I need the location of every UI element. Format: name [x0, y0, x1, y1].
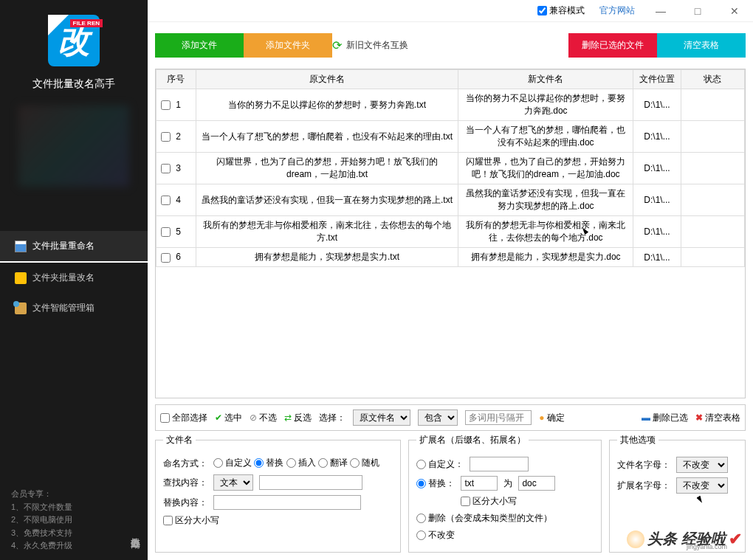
- blurred-user-info: [18, 106, 129, 187]
- ext-from-input[interactable]: [461, 476, 498, 491]
- ext-delete-radio[interactable]: 删除（会变成未知类型的文件）: [416, 512, 552, 525]
- add-folder-button[interactable]: 添加文件夹: [244, 33, 332, 58]
- find-label: 查找内容：: [163, 477, 207, 489]
- delete-selected-button[interactable]: 删除已选的文件: [568, 33, 657, 58]
- logo-banner: FILE REN: [70, 19, 103, 27]
- nav-doc[interactable]: 文件批量重命名: [0, 231, 148, 263]
- row-checkbox[interactable]: [161, 196, 171, 205]
- ext-to-input[interactable]: [518, 476, 555, 491]
- ext-case-checkbox[interactable]: 区分大小写: [461, 495, 517, 508]
- maximize-button[interactable]: □: [687, 5, 709, 17]
- other-legend: 其他选项: [617, 434, 659, 446]
- close-button[interactable]: ✕: [723, 5, 746, 17]
- ext-legend: 扩展名（后缀名、拓展名）: [416, 434, 529, 446]
- app-title: 文件批量改名高手: [32, 77, 115, 91]
- row-checkbox[interactable]: [161, 100, 171, 110]
- add-file-button[interactable]: 添加文件: [155, 33, 244, 58]
- naming-label: 命名方式：: [163, 457, 207, 470]
- app-logo: FILE REN 改: [48, 15, 100, 66]
- naming-opt-4[interactable]: 随机: [350, 457, 379, 469]
- file-letter-select[interactable]: 不改变: [676, 457, 728, 473]
- table-row[interactable]: 5我所有的梦想无非与你相爱相亲，南来北往，去你想去的每个地方.txt我所有的梦想…: [157, 216, 745, 248]
- ext-replace-radio[interactable]: 替换：: [416, 477, 455, 490]
- col-status: 状态: [681, 70, 744, 89]
- file-case-checkbox[interactable]: 区分大小写: [163, 514, 219, 527]
- official-site-link[interactable]: 官方网站: [599, 4, 635, 17]
- unselect-button[interactable]: ⊘ 不选: [250, 412, 277, 424]
- swap-icon: ⟳: [332, 38, 342, 52]
- col-new-name: 新文件名: [458, 70, 633, 89]
- delete-selected-link[interactable]: ▬ 删除已选: [642, 412, 688, 424]
- select-all-checkbox[interactable]: 全部选择: [160, 412, 207, 424]
- col-seq: 序号: [157, 70, 196, 89]
- naming-opt-1[interactable]: 替换: [254, 457, 283, 469]
- file-letter-label: 文件名字母：: [617, 459, 670, 471]
- table-row[interactable]: 1当你的努力不足以撑起你的梦想时，要努力奔跑.txt当你的努力不足以撑起你的梦想…: [157, 89, 745, 121]
- table-row[interactable]: 6拥有梦想是能力，实现梦想是实力.txt拥有梦想是能力，实现梦想是实力.docD…: [157, 248, 745, 267]
- ext-nochange-radio[interactable]: 不改变: [416, 529, 455, 542]
- filename-panel: 文件名 命名方式： 自定义 替换 插入 翻译 随机 查找内容： 文本 替换内容：…: [155, 434, 401, 553]
- row-checkbox[interactable]: [161, 253, 171, 263]
- extension-panel: 扩展名（后缀名、拓展名） 自定义： 替换： 为 区分大小写 删除（会变成未知类型…: [408, 434, 602, 553]
- file-table[interactable]: 序号 原文件名 新文件名 文件位置 状态 1当你的努力不足以撑起你的梦想时，要努…: [156, 69, 745, 267]
- invert-button[interactable]: ⇄ 反选: [284, 412, 312, 424]
- ext-custom-input[interactable]: [470, 457, 529, 471]
- compat-mode-checkbox[interactable]: 兼容模式: [537, 4, 585, 17]
- folder-icon: [15, 272, 27, 284]
- ext-to-label: 为: [503, 477, 512, 490]
- ext-letter-select[interactable]: 不改变: [676, 477, 728, 494]
- table-row[interactable]: 3闪耀世界，也为了自己的梦想，开始努力吧！放飞我们的dream，一起加油.txt…: [157, 153, 745, 184]
- nav-folder[interactable]: 文件夹批量改名: [0, 263, 148, 293]
- col-location: 文件位置: [633, 70, 681, 89]
- member-benefits: 会员专享：1、不限文件数量2、不限电脑使用3、免费技术支持4、永久免费升级: [0, 480, 148, 560]
- confirm-filter-button[interactable]: ● 确定: [539, 412, 564, 424]
- naming-opt-3[interactable]: 翻译: [318, 457, 348, 469]
- watermark: 头条 经验啦 ✔ jingyanla.com: [627, 529, 742, 549]
- find-input[interactable]: [259, 475, 362, 490]
- find-type-select[interactable]: 文本: [213, 474, 253, 491]
- filter-bar: 全部选择 ✔ 选中 ⊘ 不选 ⇄ 反选 选择： 原文件名 包含 ● 确定 ▬ 删…: [155, 404, 746, 431]
- minimize-button[interactable]: —: [650, 5, 672, 17]
- condition-select[interactable]: 包含: [418, 409, 458, 426]
- replace-label: 替换内容：: [163, 497, 207, 509]
- row-checkbox[interactable]: [161, 132, 171, 142]
- col-old-name: 原文件名: [196, 70, 458, 89]
- box-icon: [15, 303, 27, 314]
- ext-custom-radio[interactable]: 自定义：: [416, 458, 464, 471]
- clear-table-button[interactable]: 清空表格: [657, 33, 746, 58]
- choose-label: 选择：: [319, 412, 345, 424]
- naming-opt-2[interactable]: 插入: [286, 457, 316, 469]
- filename-legend: 文件名: [163, 434, 196, 446]
- table-row[interactable]: 2当一个人有了想飞的梦想，哪怕爬着，也没有不站起来的理由.txt当一个人有了想飞…: [157, 121, 745, 153]
- table-row[interactable]: 4虽然我的童话梦还没有实现，但我一直在努力实现梦想的路上.txt虽然我的童话梦还…: [157, 184, 745, 216]
- ext-letter-label: 扩展名字母：: [617, 480, 670, 492]
- naming-opt-0[interactable]: 自定义: [213, 457, 252, 469]
- swap-names-button[interactable]: ⟳ 新旧文件名互换: [332, 38, 568, 52]
- nav-box[interactable]: 文件智能管理箱: [0, 293, 148, 323]
- replace-input[interactable]: [213, 495, 361, 510]
- filter-keyword-input[interactable]: [465, 410, 532, 425]
- select-button[interactable]: ✔ 选中: [215, 412, 242, 424]
- clear-table-link[interactable]: ✖ 清空表格: [695, 412, 740, 424]
- row-checkbox[interactable]: [161, 164, 171, 173]
- field-select[interactable]: 原文件名: [353, 409, 410, 426]
- row-checkbox[interactable]: [161, 227, 171, 237]
- doc-icon: [15, 241, 27, 252]
